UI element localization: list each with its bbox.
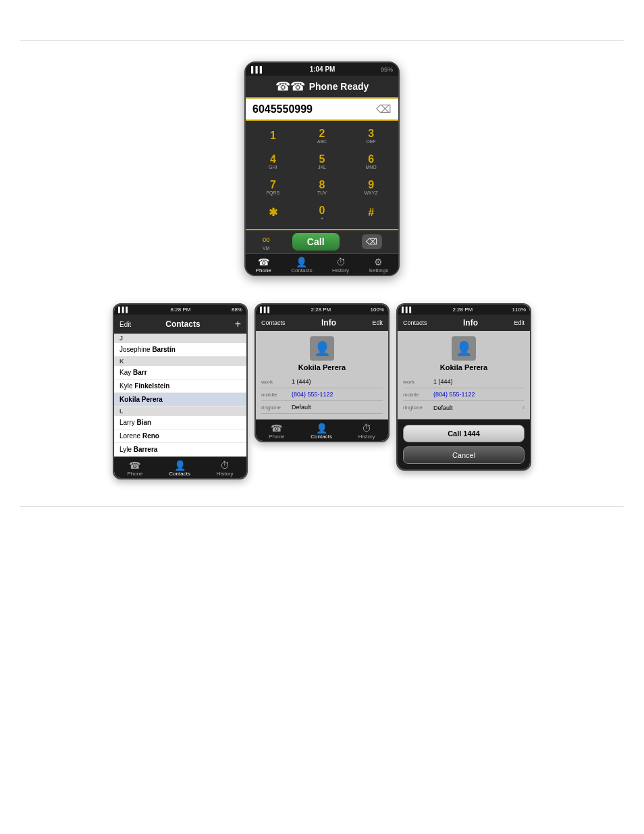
key-2-alpha: ABC xyxy=(317,139,327,144)
key-3-alpha: DEF xyxy=(367,139,376,144)
key-1[interactable]: 1 xyxy=(252,124,293,148)
key-star[interactable]: ✱ xyxy=(252,201,293,225)
phone-icon: ☎☎ xyxy=(275,79,305,94)
list-item[interactable]: Larry Bian xyxy=(114,416,246,429)
list-item[interactable]: Josephine Barstín xyxy=(114,343,246,357)
contacts-tab-history[interactable]: ⏱ History xyxy=(217,460,234,477)
key-7-alpha: PQRS xyxy=(266,190,279,195)
confirm-mobile-value[interactable]: (804) 555-1122 xyxy=(433,391,475,398)
tab-phone[interactable]: ☎ Phone xyxy=(256,257,271,273)
contacts-tab-label: Contacts xyxy=(291,267,313,273)
confirm-cancel-button[interactable]: Cancel xyxy=(403,446,525,464)
key-5[interactable]: 5 JKL xyxy=(302,149,342,174)
contact-info-screen: ▌▌▌ 2:28 PM 100% Contacts Info Edit 👤 Ko… xyxy=(254,303,390,442)
contacts-time: 8:28 PM xyxy=(171,307,191,313)
backspace-icon[interactable]: ⌫ xyxy=(376,103,392,115)
contact-avatar: 👤 xyxy=(310,336,334,361)
confirm-signal-icon: ▌▌▌ xyxy=(402,307,413,313)
key-6[interactable]: 6 MNO xyxy=(351,149,392,174)
dialed-number: 6045550999 xyxy=(252,103,313,115)
contacts-title: Contacts xyxy=(165,319,200,329)
key-7[interactable]: 7 PQRS xyxy=(252,175,293,199)
list-item[interactable]: Kay Barr xyxy=(114,366,246,380)
confirm-info-body: 👤 Kokila Perera work 1 (444) mobile (804… xyxy=(398,331,530,419)
contact-name-lorene: Lorene Reno xyxy=(119,432,159,440)
key-2[interactable]: 2 ABC xyxy=(302,124,342,148)
settings-tab-label: Settings xyxy=(369,267,388,273)
history-tab-icon: ⏱ xyxy=(336,257,346,267)
key-4[interactable]: 4 GHI xyxy=(252,149,293,174)
dialer-section: ▌▌▌ 1:04 PM 95% ☎☎ Phone Ready 604555099… xyxy=(0,61,644,276)
key-1-num: 1 xyxy=(270,130,276,141)
info-edit-button[interactable]: Edit xyxy=(372,319,383,326)
work-label: work xyxy=(261,379,292,385)
info-tab-contacts[interactable]: 👤 Contacts xyxy=(311,423,332,440)
add-contact-button[interactable]: + xyxy=(235,318,241,330)
list-item[interactable]: Kyle Finkelstein xyxy=(114,380,246,393)
key-6-num: 6 xyxy=(368,154,374,165)
key-8[interactable]: 8 TUV xyxy=(302,175,342,199)
list-item[interactable]: Lyle Barrera xyxy=(114,443,246,457)
voicemail-button[interactable]: ∞ VM xyxy=(262,234,269,251)
tab-settings[interactable]: ⚙ Settings xyxy=(369,257,388,273)
tab-history[interactable]: ⏱ History xyxy=(332,257,349,273)
confirm-work-label: work xyxy=(403,379,433,385)
list-item[interactable]: Lorene Reno xyxy=(114,429,246,443)
key-star-num: ✱ xyxy=(269,207,277,218)
contact-info-body: 👤 Kokila Perera work 1 (444) mobile (804… xyxy=(256,331,388,419)
keypad-row-3: 7 PQRS 8 TUV 9 WXYZ xyxy=(248,175,396,199)
ct-contacts-tab-label: Contacts xyxy=(169,471,190,477)
confirm-work-value[interactable]: 1 (444) xyxy=(433,378,453,385)
contacts-tab-contacts[interactable]: 👤 Contacts xyxy=(169,460,190,477)
ct-contacts-tab-icon: 👤 xyxy=(174,460,186,471)
action-row: ∞ VM Call ⌫ xyxy=(246,229,398,253)
key-hash[interactable]: # xyxy=(351,201,392,225)
info-tab-phone[interactable]: ☎ Phone xyxy=(269,423,284,440)
confirm-header-bar: Contacts Info Edit xyxy=(398,315,530,331)
confirm-full-name: Kokila Perera xyxy=(403,363,525,371)
confirm-edit-button[interactable]: Edit xyxy=(514,319,525,326)
info-back-button[interactable]: Contacts xyxy=(261,319,286,326)
mobile-value[interactable]: (804) 555-1122 xyxy=(292,391,333,398)
keypad-row-4: ✱ 0 + # xyxy=(248,201,396,225)
ct-history-tab-icon: ⏱ xyxy=(220,460,230,471)
contact-full-name: Kokila Perera xyxy=(261,363,383,371)
phone-tab-label: Phone xyxy=(256,267,271,273)
ringtone-value: Default xyxy=(292,404,311,411)
contacts-phone-tabs: ☎ Phone 👤 Contacts ⏱ History xyxy=(114,457,246,478)
contacts-edit-button[interactable]: Edit xyxy=(119,321,131,328)
key-0[interactable]: 0 + xyxy=(302,201,342,225)
bottom-divider xyxy=(20,506,624,507)
contacts-signal-icon: ▌▌▌ xyxy=(118,307,130,313)
confirm-field-ringtone: ringtone Default › xyxy=(403,401,525,414)
confirm-avatar: 👤 xyxy=(452,336,476,361)
tab-contacts[interactable]: 👤 Contacts xyxy=(291,257,313,273)
contacts-tab-phone[interactable]: ☎ Phone xyxy=(127,460,142,477)
chevron-right-icon: › xyxy=(522,404,525,411)
ct-phone-tab-label: Phone xyxy=(127,471,142,477)
ct-history-tab-label: History xyxy=(217,471,234,477)
key-4-alpha: GHI xyxy=(269,165,277,170)
info-tab-history[interactable]: ⏱ History xyxy=(358,423,375,440)
group-header-k: K xyxy=(114,357,246,366)
contacts-battery: 88% xyxy=(232,307,242,313)
call-button[interactable]: Call xyxy=(292,233,340,251)
list-item[interactable]: Kokila Perera xyxy=(114,393,246,407)
key-9[interactable]: 9 WXYZ xyxy=(351,175,392,199)
contacts-header-bar: Edit Contacts + xyxy=(114,315,246,334)
phone-title: Phone Ready xyxy=(309,81,369,92)
voicemail-icon: ∞ xyxy=(262,234,269,246)
work-value[interactable]: 1 (444) xyxy=(292,378,311,385)
confirm-call-button[interactable]: Call 1444 xyxy=(403,425,525,442)
confirm-back-button[interactable]: Contacts xyxy=(403,319,427,326)
contacts-section: ▌▌▌ 8:28 PM 88% Edit Contacts + J Joseph… xyxy=(0,303,644,479)
key-0-num: 0 xyxy=(319,205,325,216)
confirm-time: 2:28 PM xyxy=(452,307,473,313)
contacts-tab-icon: 👤 xyxy=(296,257,307,267)
key-3[interactable]: 3 DEF xyxy=(351,124,392,148)
group-header-j: J xyxy=(114,334,246,343)
delete-button[interactable]: ⌫ xyxy=(362,234,382,249)
confirm-ringtone-label: ringtone xyxy=(403,405,433,411)
info-time: 2:28 PM xyxy=(311,307,331,313)
info-status-bar: ▌▌▌ 2:28 PM 100% xyxy=(256,305,388,315)
